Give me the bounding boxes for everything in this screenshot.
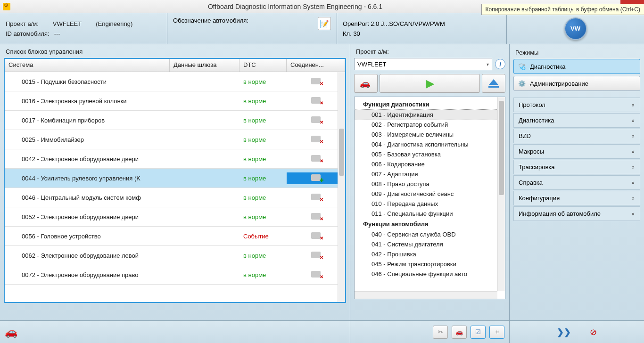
accordion-item[interactable]: Диагностика	[513, 113, 640, 128]
start-button[interactable]: ▶	[380, 74, 480, 93]
infobar-project-cell: Проект а/м: VWFLEET (Engineering) ID авт…	[0, 13, 167, 44]
table-row[interactable]: 0056 - Головное устройствоСобытие	[5, 227, 345, 246]
table-row[interactable]: 0042 - Электронное оборудование дверив н…	[5, 149, 345, 169]
cell-dtc: в норме	[239, 154, 287, 164]
tree-item[interactable]: 045 - Режим транспортировки	[355, 259, 505, 269]
tree-item[interactable]: 002 - Регистратор событий	[355, 120, 505, 130]
cell-gateway	[170, 253, 239, 257]
cell-gateway	[170, 157, 239, 161]
ecu-list-panel: Список блоков управления Система Данные …	[0, 44, 350, 320]
tree-item[interactable]: 005 - Базовая установка	[355, 149, 505, 159]
tree-item[interactable]: 007 - Адаптация	[355, 169, 505, 179]
ecu-list-title: Список блоков управления	[4, 48, 346, 55]
tree-item[interactable]: 003 - Измеряемые величины	[355, 130, 505, 139]
cut-button[interactable]: ✂	[433, 326, 448, 339]
cell-dtc: в норме	[239, 96, 287, 106]
tree-item[interactable]: 040 - Сервисная служба OBD	[355, 229, 505, 239]
tree-item[interactable]: 004 - Диагностика исполнительны	[355, 139, 505, 149]
mid-project-label: Проект а/м:	[354, 48, 505, 55]
cell-dtc: в норме	[239, 115, 287, 126]
footer-left: 🚗	[0, 321, 350, 343]
accordion-item[interactable]: Конфигурация	[513, 191, 640, 205]
accordion-item[interactable]: BZD	[513, 129, 640, 143]
mode-diagnostics[interactable]: 🩺 Диагностика	[513, 59, 640, 74]
cell-gateway	[170, 118, 239, 122]
engineering-tag: (Engineering)	[96, 20, 132, 27]
infobar-logo-cell: VW	[507, 13, 644, 44]
table-row[interactable]: 0044 - Усилитель рулевого управления (Kв…	[5, 169, 345, 188]
workspace: Список блоков управления Система Данные …	[0, 44, 644, 320]
cell-connection	[287, 114, 345, 126]
accordion-item[interactable]: Информация об автомобиле	[513, 206, 640, 221]
tree-item[interactable]: 046 - Специальные функции авто	[355, 269, 505, 279]
cell-connection	[287, 211, 345, 223]
tree-group[interactable]: Функция диагностики	[355, 99, 505, 110]
footer-mid: ✂ 🚗 ☑ ⌗ Копирование выбранной таблицы в …	[350, 321, 510, 343]
cancel-icon[interactable]: ⊘	[590, 327, 597, 337]
tree-item[interactable]: 001 - Идентификация	[355, 110, 505, 120]
cell-system: 0025 - Иммобилайзер	[5, 134, 170, 145]
vehicle-select-button[interactable]: 🚗●	[354, 74, 378, 93]
cell-connection	[287, 76, 345, 88]
table-scrollbar[interactable]	[338, 72, 345, 302]
cell-gateway	[170, 196, 239, 199]
accordion-item[interactable]: Протокол	[513, 98, 640, 112]
eject-button[interactable]	[482, 74, 505, 93]
col-connection[interactable]: Соединен...	[287, 59, 345, 72]
table-row[interactable]: 0072 - Электронное оборудование правов н…	[5, 265, 345, 285]
connection-icon	[311, 232, 321, 239]
tree-item[interactable]: 011 - Специальные функции	[355, 209, 505, 219]
notes-icon[interactable]: 📝	[318, 17, 331, 30]
cell-system: 0016 - Электроника рулевой колонки	[5, 96, 170, 106]
table-row[interactable]: 0062 - Электронное оборудование левойв н…	[5, 246, 345, 265]
project-label: Проект а/м:	[6, 20, 39, 27]
ecu-table-body: 0015 - Подушки безопасностив норме0016 -…	[5, 72, 345, 298]
cell-dtc: в норме	[239, 212, 287, 222]
accordion-item[interactable]: Макросы	[513, 144, 640, 159]
copy-table-button[interactable]: ⌗	[489, 326, 504, 339]
info-icon[interactable]: i	[495, 59, 505, 69]
cell-connection	[287, 153, 345, 165]
col-system[interactable]: Система	[5, 59, 170, 72]
table-row[interactable]: 0025 - Иммобилайзерв норме	[5, 130, 345, 149]
tree-item[interactable]: 010 - Передача данных	[355, 199, 505, 209]
connection-icon	[311, 213, 321, 220]
tree-item[interactable]: 041 - Системы двигателя	[355, 239, 505, 249]
tree-item[interactable]: 008 - Право доступа	[355, 179, 505, 189]
tree-scrollbar-v[interactable]	[497, 97, 505, 291]
connection-icon	[311, 136, 321, 142]
cell-system: 0056 - Головное устройство	[5, 231, 170, 242]
checklist-button[interactable]: ☑	[471, 326, 486, 339]
tooltip: Копирование выбранной таблицы в буфер об…	[481, 4, 644, 15]
forward-icon[interactable]: ❯❯	[557, 327, 571, 337]
mode-administration[interactable]: ⚙️ Администрирование	[513, 76, 640, 91]
connection-icon	[311, 252, 321, 258]
tree-scrollbar-h[interactable]	[355, 291, 497, 299]
table-row[interactable]: 0017 - Комбинация приборовв норме	[5, 111, 345, 130]
cell-dtc: в норме	[239, 76, 287, 87]
tree-group[interactable]: Функции автомобиля	[355, 219, 505, 229]
tree-item[interactable]: 006 - Кодирование	[355, 159, 505, 169]
ecu-table: Система Данные шлюза DTC Соединен... 001…	[4, 58, 346, 303]
table-row[interactable]: 0015 - Подушки безопасностив норме	[5, 72, 345, 91]
cell-system: 0044 - Усилитель рулевого управления (K	[5, 173, 170, 184]
function-tree: Функция диагностики001 - Идентификация00…	[354, 97, 505, 299]
tree-item[interactable]: 009 - Диагностический сеанс	[355, 189, 505, 199]
table-row[interactable]: 0046 - Центральный модуль систем комфв н…	[5, 188, 345, 207]
col-dtc[interactable]: DTC	[239, 59, 287, 72]
project-combo[interactable]: VWFLEET	[354, 58, 492, 70]
vehicle-gray-button[interactable]: 🚗	[452, 326, 467, 339]
cell-connection	[287, 230, 345, 242]
tree-item[interactable]: 042 - Прошивка	[355, 249, 505, 259]
accordion-item[interactable]: Справка	[513, 175, 640, 190]
table-row[interactable]: 0016 - Электроника рулевой колонкив норм…	[5, 91, 345, 111]
table-row[interactable]: 0052 - Электронное оборудование дверив н…	[5, 207, 345, 227]
col-gateway[interactable]: Данные шлюза	[170, 59, 239, 72]
cell-system: 0062 - Электронное оборудование левой	[5, 250, 170, 261]
cell-system: 0015 - Подушки безопасности	[5, 76, 170, 87]
car-icon[interactable]: 🚗	[5, 326, 17, 338]
connection-icon	[311, 116, 321, 123]
modes-panel: Режимы 🩺 Диагностика ⚙️ Администрировани…	[510, 44, 644, 320]
connection-icon	[311, 174, 321, 181]
accordion-item[interactable]: Трассировка	[513, 160, 640, 174]
